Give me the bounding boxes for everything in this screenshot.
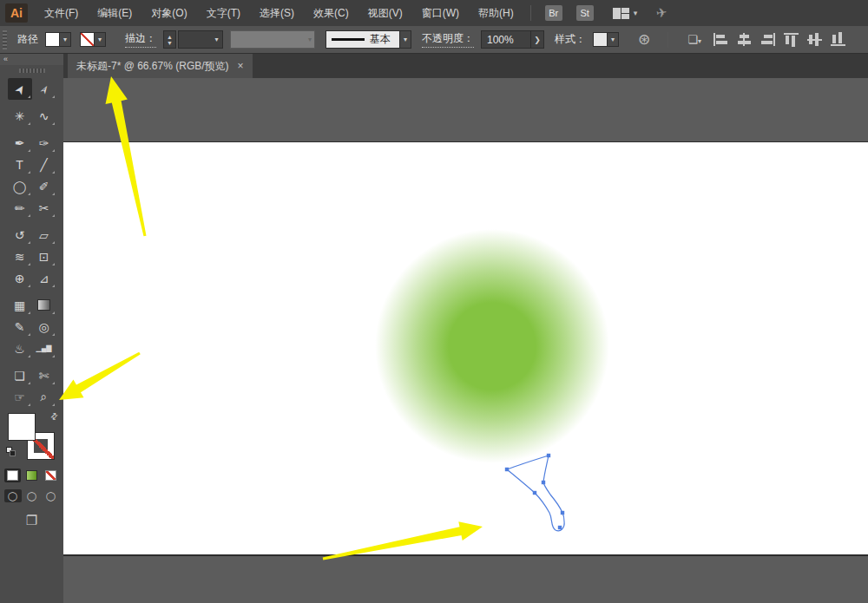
workspace-switcher-icon[interactable] [613, 8, 630, 19]
align-to-selection-icon[interactable]: ❏▾ [687, 33, 701, 46]
chevron-down-icon[interactable]: ▾ [95, 32, 106, 47]
selected-path[interactable] [495, 445, 582, 539]
vertical-align-top-icon[interactable] [784, 33, 799, 46]
column-graph-tool[interactable]: ▁▄▇ [32, 338, 56, 359]
hand-tool[interactable]: ☞ [8, 386, 32, 408]
perspective-grid-tool[interactable]: ⊿ [32, 267, 56, 289]
magic-wand-tool[interactable]: ✳ [8, 105, 32, 127]
direct-selection-tool[interactable]: ➢ [32, 78, 56, 100]
chevron-down-icon[interactable]: ▾ [211, 32, 222, 47]
slice-tool[interactable]: ✄ [32, 364, 56, 386]
menu-item[interactable]: 效果(C) [304, 0, 358, 26]
pencil-tool[interactable]: ✏ [8, 197, 32, 219]
gradient-tool[interactable] [32, 294, 56, 316]
lasso-tool[interactable]: ∿ [32, 105, 56, 127]
draw-behind-button[interactable]: ◯ [23, 489, 41, 502]
color-button[interactable] [4, 469, 21, 482]
selection-tool-icon: ➤ [11, 81, 29, 96]
line-segment-tool[interactable]: ╱ [32, 154, 56, 175]
draw-normal-button[interactable]: ◯ [4, 489, 22, 502]
stroke-color-dropdown[interactable]: ▾ [80, 32, 106, 47]
anchor-point [505, 468, 509, 471]
opacity-menu-arrow[interactable]: ❯ [531, 30, 544, 49]
vertical-align-bottom-icon[interactable] [831, 33, 845, 46]
pasteboard[interactable] [63, 78, 868, 603]
default-fill-stroke-icon[interactable] [6, 447, 16, 456]
paintbrush-tool[interactable]: ✐ [32, 175, 56, 197]
collapse-panel-button[interactable]: « [0, 54, 63, 65]
menu-item[interactable]: 编辑(E) [88, 0, 141, 26]
anchor-point [561, 511, 564, 515]
zoom-tool[interactable]: ⌕ [32, 386, 56, 408]
blend-tool[interactable]: ◎ [32, 316, 56, 338]
fill-swatch[interactable] [45, 32, 60, 47]
artboard-tool[interactable]: ❏ [8, 364, 32, 386]
panel-drag-handle[interactable] [19, 69, 45, 73]
pen-tool[interactable]: ✒ [8, 132, 32, 154]
panel-grip[interactable] [3, 30, 7, 49]
fill-color-dropdown[interactable]: ▾ [45, 32, 71, 47]
vertical-align-center-icon[interactable] [807, 33, 822, 46]
curvature-tool-icon: ✑ [39, 136, 49, 150]
stroke-weight-stepper[interactable]: ▲▼ [163, 30, 176, 49]
none-button[interactable] [43, 469, 59, 482]
free-transform-tool[interactable]: ⊡ [32, 246, 56, 267]
menu-item[interactable]: 视图(V) [358, 0, 412, 26]
rotate-tool[interactable]: ↺ [8, 224, 32, 246]
chevron-down-icon: ▾ [308, 36, 312, 43]
document-tab[interactable]: 未标题-7* @ 66.67% (RGB/预览) × [68, 54, 253, 78]
cs-live-icon[interactable]: ✈ [655, 4, 668, 22]
horizontal-align-right-icon[interactable] [760, 33, 775, 46]
rotate-tool-icon: ↺ [15, 228, 25, 242]
type-tool-icon: T [16, 158, 23, 172]
green-gradient-circle[interactable] [372, 226, 613, 467]
symbol-sprayer-tool[interactable]: ♨ [8, 338, 32, 359]
brush-stroke-preview[interactable]: 基本 [326, 30, 400, 49]
opacity-input[interactable]: 100% [481, 30, 531, 49]
menu-item[interactable]: 对象(O) [141, 0, 196, 26]
swap-fill-stroke-icon[interactable]: ⇄ [48, 410, 60, 423]
stroke-none-swatch[interactable] [80, 32, 95, 47]
fill-proxy[interactable] [8, 413, 36, 441]
menu-item[interactable]: 文字(T) [197, 0, 250, 26]
scissors-tool[interactable]: ✂ [32, 197, 56, 219]
draw-inside-button[interactable]: ◯ [43, 489, 60, 502]
curvature-tool[interactable]: ✑ [32, 132, 56, 154]
stock-button[interactable]: St [576, 5, 594, 21]
type-tool[interactable]: T [8, 154, 32, 175]
stroke-weight-label[interactable]: 描边： [125, 31, 156, 48]
chevron-down-icon[interactable]: ▾ [608, 32, 619, 47]
shape-builder-tool[interactable]: ⊕ [8, 267, 32, 289]
width-tool[interactable]: ≋ [8, 246, 32, 267]
menu-item[interactable]: 文件(F) [35, 0, 88, 26]
gradient-button[interactable] [23, 469, 40, 482]
anchor-point [542, 481, 545, 484]
horizontal-align-center-icon[interactable] [737, 33, 752, 46]
width-profile-dropdown[interactable]: ▾ [230, 30, 315, 49]
chevron-down-icon[interactable]: ▾ [400, 30, 411, 49]
horizontal-align-left-icon[interactable] [713, 33, 728, 46]
artboard[interactable] [63, 141, 868, 556]
opacity-label[interactable]: 不透明度： [422, 31, 474, 48]
stroke-weight-dropdown[interactable]: ▾ [178, 30, 223, 49]
chevron-down-icon[interactable]: ▾ [60, 32, 71, 47]
menu-item[interactable]: 窗口(W) [412, 0, 469, 26]
selection-tool[interactable]: ➤ [8, 78, 32, 100]
ellipse-tool[interactable]: ◯ [8, 175, 32, 197]
anchor-point [558, 526, 562, 529]
blend-tool-icon: ◎ [38, 320, 49, 334]
menu-bar: Ai 文件(F)编辑(E)对象(O)文字(T)选择(S)效果(C)视图(V)窗口… [0, 0, 868, 26]
mesh-tool[interactable]: ▦ [8, 294, 32, 316]
bridge-button[interactable]: Br [545, 5, 562, 21]
recolor-artwork-icon[interactable]: ⊛ [638, 30, 650, 49]
shear-tool[interactable]: ▱ [32, 224, 56, 246]
brush-definition-dropdown[interactable]: 基本 ▾ [326, 30, 411, 49]
eyedropper-tool[interactable]: ✎ [8, 316, 32, 338]
menu-item[interactable]: 帮助(H) [469, 0, 523, 26]
graphic-style-dropdown[interactable]: ▾ [593, 32, 619, 47]
close-icon[interactable]: × [238, 60, 244, 72]
screen-mode-button[interactable]: ❐ [0, 513, 63, 528]
menu-item[interactable]: 选择(S) [250, 0, 304, 26]
style-swatch[interactable] [593, 32, 608, 47]
chevron-down-icon[interactable]: ▾ [634, 9, 638, 17]
